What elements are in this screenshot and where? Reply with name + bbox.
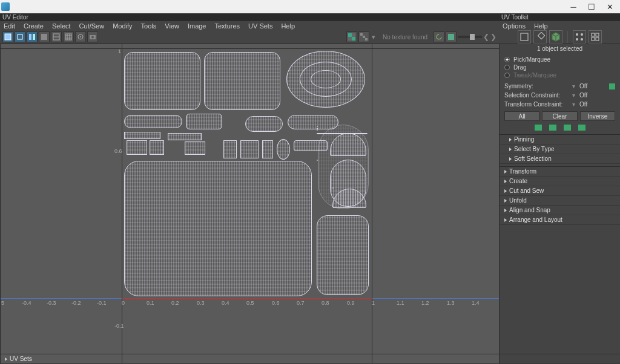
section-pinning[interactable]: Pinning: [500, 135, 620, 145]
tool-snapshot-icon[interactable]: [87, 31, 98, 42]
section-transform[interactable]: Transform: [500, 167, 620, 177]
tick-x: 1: [372, 300, 375, 306]
mode-tweak[interactable]: Tweak/Marquee: [504, 71, 615, 79]
mode-pick[interactable]: Pick/Marquee: [504, 56, 615, 63]
minimize-button[interactable]: ─: [564, 1, 582, 13]
chevron-down-icon: ▾: [571, 101, 576, 108]
menu-edit[interactable]: Edit: [4, 22, 15, 30]
section-uv-sets[interactable]: UV Sets: [499, 354, 620, 364]
section-align-snap[interactable]: Align and Snap: [500, 206, 620, 215]
uv-shell: [185, 141, 205, 155]
section-arrange-layout[interactable]: Arrange and Layout: [500, 215, 620, 225]
tick-x: -0.2: [71, 300, 81, 306]
mode-drag[interactable]: Drag: [504, 63, 615, 71]
tick-x: 0.4: [222, 300, 229, 306]
tick-x: 0.9: [347, 300, 355, 306]
tool-wireframe-icon[interactable]: [51, 31, 62, 42]
grow-selection-icon[interactable]: [535, 125, 542, 131]
uv-viewport[interactable]: 5 -0.4 -0.3 -0.2 -0.1 0 0.1 0.2 0.3 0.4 …: [0, 44, 499, 364]
selection-mode-group: Pick/Marquee Drag Tweak/Marquee: [500, 53, 620, 82]
svg-point-26: [576, 34, 578, 36]
xform-constraint-label: Transform Constraint:: [504, 101, 571, 108]
toolkit-menu-help[interactable]: Help: [534, 22, 548, 30]
svg-point-29: [581, 39, 582, 41]
menu-textures[interactable]: Textures: [214, 22, 240, 30]
exposure-slider[interactable]: [458, 36, 482, 38]
toolkit-icon-row: [499, 30, 620, 44]
tool-checker-icon[interactable]: [346, 31, 357, 42]
chevron-down-icon: ▾: [571, 92, 576, 99]
tool-grid-icon[interactable]: [63, 31, 74, 42]
tool-checker2-icon[interactable]: [358, 31, 369, 42]
tick-x: 0.8: [322, 300, 329, 306]
svg-rect-2: [29, 34, 31, 40]
chevron-down-icon: ▾: [571, 83, 576, 89]
mode-drag-label: Drag: [513, 64, 527, 71]
tick-x: 1.2: [421, 300, 429, 306]
uv-shell: [150, 140, 164, 155]
tool-texture-icon[interactable]: [27, 31, 38, 42]
menu-image[interactable]: Image: [188, 22, 206, 30]
menu-help[interactable]: Help: [281, 22, 295, 30]
svg-rect-3: [33, 34, 35, 40]
tick-y: 0.6: [114, 148, 122, 154]
sel-constraint-row[interactable]: Selection Constraint: ▾ Off: [500, 91, 620, 100]
toolkit-shell-icon[interactable]: [518, 30, 531, 44]
flood-selection-icon[interactable]: [578, 125, 585, 131]
tick-x: 0.5: [246, 300, 254, 306]
toolkit-cube-icon[interactable]: [549, 30, 562, 44]
tool-image-icon[interactable]: [446, 31, 457, 42]
arrow-right-icon[interactable]: ❯: [490, 33, 496, 41]
svg-point-28: [576, 39, 578, 41]
select-inverse-button[interactable]: Inverse: [580, 111, 615, 121]
x-axis-blue: [372, 298, 499, 299]
convert-selection-icon[interactable]: [564, 125, 571, 131]
tick-x: -0.1: [97, 300, 107, 306]
symmetry-row[interactable]: Symmetry: ▾ Off: [500, 82, 620, 91]
menu-uvsets[interactable]: UV Sets: [248, 22, 272, 30]
tick-y: -0.1: [114, 323, 124, 329]
menu-create[interactable]: Create: [24, 22, 44, 30]
maximize-button[interactable]: ☐: [582, 1, 601, 13]
symmetry-label: Symmetry:: [504, 83, 571, 89]
sel-constraint-value: Off: [579, 92, 587, 99]
svg-rect-25: [538, 32, 544, 39]
toolkit-edge-icon[interactable]: [589, 30, 602, 44]
svg-rect-16: [348, 33, 352, 37]
section-select-by-type[interactable]: Select By Type: [500, 145, 620, 154]
tool-uvshell-icon[interactable]: [2, 31, 13, 42]
tool-dim-icon[interactable]: [75, 31, 86, 42]
section-unfold[interactable]: Unfold: [500, 196, 620, 206]
menu-view[interactable]: View: [165, 22, 179, 30]
close-button[interactable]: ✕: [601, 1, 619, 13]
editor-menubar: Edit Create Select Cut/Sew Modify Tools …: [0, 21, 499, 30]
section-create[interactable]: Create: [500, 177, 620, 186]
tool-lattice-icon[interactable]: [15, 31, 25, 42]
menu-tools[interactable]: Tools: [141, 22, 157, 30]
toolkit-rotate-icon[interactable]: [533, 30, 547, 44]
menu-select[interactable]: Select: [52, 22, 71, 30]
menu-cutsew[interactable]: Cut/Sew: [79, 22, 105, 30]
select-all-button[interactable]: All: [504, 111, 539, 121]
menu-modify[interactable]: Modify: [113, 22, 132, 30]
x-axis-blue-neg: [0, 298, 122, 299]
xform-constraint-row[interactable]: Transform Constraint: ▾ Off: [500, 100, 620, 109]
svg-rect-18: [352, 33, 355, 37]
toolkit-menu-options[interactable]: Options: [503, 22, 526, 30]
uv-tile-0-0: [122, 48, 372, 298]
uv-shell: [127, 140, 147, 155]
section-soft-selection[interactable]: Soft Selection: [500, 154, 620, 164]
tool-refresh-icon[interactable]: [434, 31, 444, 42]
tick-x: 1.4: [472, 300, 480, 306]
texture-status: No texture found: [383, 34, 427, 41]
toolkit-vertex-icon[interactable]: [573, 30, 586, 44]
tool-shaded-icon[interactable]: [39, 31, 50, 42]
shrink-selection-icon[interactable]: [549, 125, 556, 131]
symmetry-toggle-icon[interactable]: [609, 83, 615, 89]
arrow-left-icon[interactable]: ❮: [483, 33, 489, 41]
svg-rect-30: [592, 33, 595, 36]
section-cut-sew[interactable]: Cut and Sew: [500, 186, 620, 196]
tick-x: 1.3: [447, 300, 455, 306]
svg-rect-24: [521, 33, 528, 41]
select-clear-button[interactable]: Clear: [542, 111, 577, 121]
